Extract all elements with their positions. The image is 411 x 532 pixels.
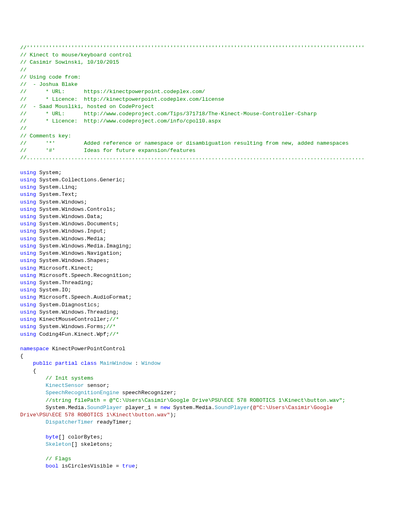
code-token: DispatcherTimer	[46, 419, 93, 425]
code-token: // Casimir Sowinski, 10/10/2015	[20, 59, 119, 65]
code-token: //*	[106, 324, 116, 330]
code-token: System.Windows.Navigation;	[36, 250, 122, 256]
code-token: //*	[110, 331, 119, 337]
code-token: SoundPlayer	[215, 405, 250, 411]
code-token: sensor;	[84, 382, 109, 389]
code-token: using	[20, 250, 36, 256]
code-root: //''''''''''''''''''''''''''''''''''''''…	[20, 44, 391, 470]
code-token: // '*' Added reference or namespace or d…	[20, 140, 349, 146]
code-token	[52, 360, 55, 366]
code-token: // * Licence: http://www.codeproject.com…	[20, 118, 221, 124]
code-token: System.Windows.Documents;	[36, 221, 119, 227]
code-token	[20, 419, 46, 425]
code-token: // - Joshua Blake	[20, 81, 77, 87]
code-token: using	[20, 236, 36, 242]
code-token: System.Windows.Shapes;	[36, 258, 110, 264]
code-token: using	[20, 294, 36, 300]
code-token: KinectPowerPointControl	[49, 346, 125, 352]
code-token: // Using code from:	[20, 74, 81, 80]
code-token: System.Windows.Threading;	[36, 309, 119, 315]
code-token: //''''''''''''''''''''''''''''''''''''''…	[20, 45, 365, 51]
code-token	[20, 434, 46, 440]
code-token: true	[122, 463, 135, 469]
code-token: System.Collections.Generic;	[36, 177, 126, 183]
code-token: // '#' Ideas for future expansion/featur…	[20, 148, 195, 154]
code-token: Skeleton	[46, 441, 71, 447]
code-token: ;	[135, 463, 138, 469]
code-token: player_1 =	[122, 405, 160, 411]
code-token	[20, 382, 46, 389]
code-token	[20, 360, 33, 366]
code-token: KinectSensor	[46, 382, 84, 389]
code-token: using	[20, 170, 36, 176]
code-token: using	[20, 199, 36, 205]
code-token: Microsoft.Speech.Recognition;	[36, 272, 132, 278]
code-token: Microsoft.Speech.AudioFormat;	[36, 294, 132, 300]
code-token: using	[20, 280, 36, 286]
code-token: System.Windows.Input;	[36, 228, 106, 234]
code-token: using	[20, 302, 36, 308]
code-token: using	[20, 324, 36, 330]
code-token: // Flags	[46, 456, 71, 462]
code-token: {	[20, 368, 36, 374]
code-token: using	[20, 265, 36, 271]
code-token: MainWindow	[100, 360, 132, 366]
code-token: byte	[46, 434, 58, 440]
code-token: (	[250, 405, 253, 411]
code-token: // Kinect to mouse/keyboard control	[20, 52, 132, 58]
code-token: using	[20, 258, 36, 264]
code-token: speechRecognizer;	[119, 390, 176, 396]
code-token: using	[20, 331, 36, 337]
code-token: // * Licence: http://kinectpowerpoint.co…	[20, 96, 224, 102]
code-token: //	[20, 125, 27, 131]
code-token: Coding4Fun.Kinect.Wpf;	[36, 331, 110, 337]
code-token: System.Threading;	[36, 280, 93, 286]
code-token	[20, 463, 46, 469]
code-token: System.Text;	[36, 191, 78, 197]
code-token: // * URL: http://www.codeproject.com/Tip…	[20, 111, 317, 117]
code-token: class	[81, 360, 97, 366]
code-token: readyTimer;	[93, 419, 132, 425]
code-token: System.Media.	[20, 405, 87, 411]
code-token: using	[20, 309, 36, 315]
code-token: //*	[110, 316, 119, 322]
code-token: [] skeletons;	[71, 441, 113, 447]
code-token: //......................................…	[20, 155, 365, 161]
code-token: bool	[46, 463, 58, 469]
code-token: System.Windows.Forms;	[36, 324, 106, 330]
code-token: using	[20, 191, 36, 197]
code-token: namespace	[20, 346, 49, 352]
code-token: //	[20, 67, 27, 73]
code-token: System.Windows.Media.Imaging;	[36, 243, 132, 249]
code-token	[20, 441, 46, 447]
code-token: System.Linq;	[36, 184, 78, 190]
code-token	[20, 390, 46, 396]
code-token: System.Diagnostics;	[36, 302, 100, 308]
code-token: );	[170, 412, 176, 418]
code-token: :	[132, 360, 141, 366]
code-token: System;	[36, 170, 62, 176]
code-token: System.Media.	[170, 405, 215, 411]
code-token: {	[20, 353, 23, 359]
code-token: using	[20, 287, 36, 293]
code-block: //''''''''''''''''''''''''''''''''''''''…	[0, 0, 411, 490]
code-token: System.Windows.Controls;	[36, 206, 116, 212]
code-token: using	[20, 316, 36, 322]
code-token: using	[20, 228, 36, 234]
code-token: using	[20, 272, 36, 278]
code-token: // Init systems	[46, 375, 93, 381]
code-token: System.Windows.Media;	[36, 236, 106, 242]
code-token: // - Saad Mousliki, hosted on CodeProjec…	[20, 104, 154, 110]
code-token: partial	[55, 360, 77, 366]
code-token: Microsoft.Kinect;	[36, 265, 93, 271]
code-token: SoundPlayer	[87, 405, 122, 411]
code-token	[97, 360, 100, 366]
code-token: //string filePath = @"C:\Users\Casimir\G…	[46, 397, 345, 403]
code-token: SpeechRecognitionEngine	[46, 390, 119, 396]
code-token: Window	[141, 360, 160, 366]
code-token: public	[33, 360, 52, 366]
code-token: new	[160, 405, 170, 411]
code-token: using	[20, 184, 36, 190]
code-token	[20, 456, 46, 462]
code-token: System.Windows;	[36, 199, 87, 205]
